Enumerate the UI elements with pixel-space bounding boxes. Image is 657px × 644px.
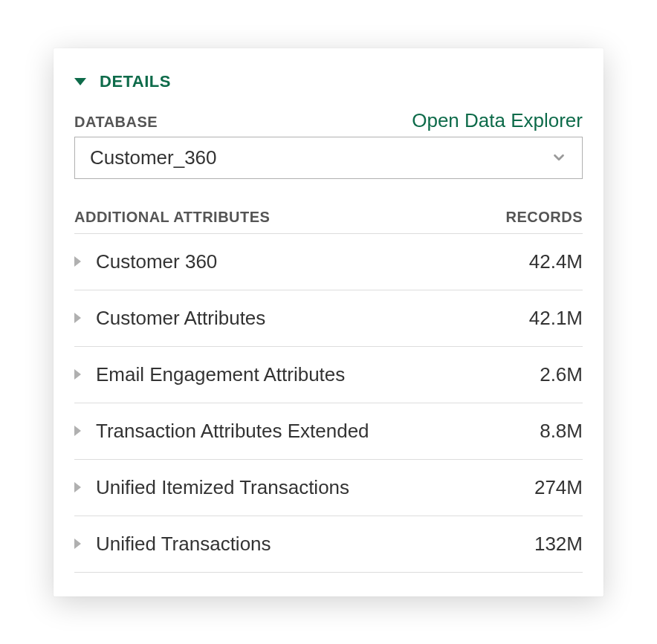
- database-select[interactable]: Customer_360: [74, 137, 583, 179]
- table-row[interactable]: Email Engagement Attributes2.6M: [74, 347, 583, 403]
- column-header-name: ADDITIONAL ATTRIBUTES: [74, 209, 270, 226]
- section-title: DETAILS: [100, 72, 171, 91]
- caret-right-icon: [74, 256, 81, 267]
- attribute-records: 42.1M: [529, 307, 583, 330]
- table-row[interactable]: Customer Attributes42.1M: [74, 290, 583, 347]
- table-row[interactable]: Transaction Attributes Extended8.8M: [74, 403, 583, 460]
- table-row[interactable]: Unified Transactions132M: [74, 516, 583, 573]
- attribute-records: 132M: [534, 533, 583, 556]
- attribute-name: Customer Attributes: [96, 307, 529, 330]
- open-data-explorer-link[interactable]: Open Data Explorer: [412, 109, 583, 132]
- attribute-records: 8.8M: [540, 420, 583, 443]
- caret-right-icon: [74, 369, 81, 380]
- caret-right-icon: [74, 539, 81, 549]
- column-header-records: RECORDS: [505, 209, 583, 226]
- attributes-table-body: Customer 36042.4MCustomer Attributes42.1…: [74, 234, 583, 573]
- database-row: DATABASE Open Data Explorer: [74, 109, 583, 132]
- table-row[interactable]: Customer 36042.4M: [74, 234, 583, 290]
- database-label: DATABASE: [74, 114, 158, 131]
- caret-right-icon: [74, 313, 81, 323]
- caret-down-icon[interactable]: [74, 78, 86, 85]
- chevron-down-icon: [551, 149, 567, 166]
- caret-right-icon: [74, 482, 81, 492]
- attribute-records: 274M: [534, 476, 583, 499]
- section-header: DETAILS: [74, 72, 583, 91]
- attribute-records: 42.4M: [529, 250, 583, 273]
- attribute-name: Unified Transactions: [96, 533, 534, 556]
- database-select-value: Customer_360: [90, 146, 217, 169]
- attribute-records: 2.6M: [540, 363, 583, 386]
- caret-right-icon: [74, 426, 81, 436]
- details-panel: DETAILS DATABASE Open Data Explorer Cust…: [54, 48, 603, 596]
- table-row[interactable]: Unified Itemized Transactions274M: [74, 460, 583, 516]
- attribute-name: Unified Itemized Transactions: [96, 476, 534, 499]
- attribute-name: Customer 360: [96, 250, 529, 273]
- attribute-name: Email Engagement Attributes: [96, 363, 540, 386]
- attribute-name: Transaction Attributes Extended: [96, 420, 540, 443]
- attributes-table-header: ADDITIONAL ATTRIBUTES RECORDS: [74, 209, 583, 234]
